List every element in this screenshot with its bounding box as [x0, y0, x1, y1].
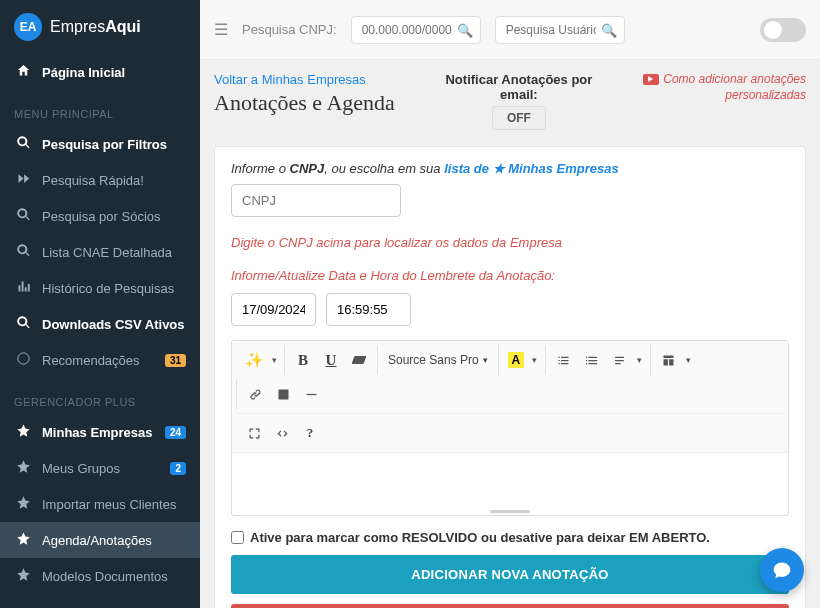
datetime-row — [231, 293, 789, 326]
table-icon[interactable] — [655, 347, 683, 373]
sidebar-item-recomendacoes[interactable]: Recomendações 31 — [0, 342, 200, 378]
main: ☰ Pesquisa CNPJ: 🔍 🔍 Voltar a Minhas Emp… — [200, 0, 820, 608]
search-user-group: 🔍 — [495, 16, 625, 44]
list-ul-icon[interactable] — [550, 347, 578, 373]
search-icon — [14, 315, 32, 333]
sidebar-item-importar[interactable]: Importar meus Clientes — [0, 486, 200, 522]
eraser-icon[interactable] — [345, 347, 373, 373]
link-icon[interactable] — [241, 381, 269, 407]
sidebar-item-socios[interactable]: Pesquisa por Sócios — [0, 198, 200, 234]
sidebar-item-label: Modelos Documentos — [42, 569, 186, 584]
sidebar-item-label: Histórico de Pesquisas — [42, 281, 186, 296]
sidebar-item-modelos[interactable]: Modelos Documentos — [0, 558, 200, 594]
reminder-prompt: Informe/Atualize Data e Hora do Lembrete… — [231, 268, 789, 283]
badge: 24 — [165, 426, 186, 439]
topbar: ☰ Pesquisa CNPJ: 🔍 🔍 — [200, 0, 820, 60]
time-input[interactable] — [326, 293, 411, 326]
list-ol-icon[interactable] — [578, 347, 606, 373]
help-video-link[interactable]: Como adicionar anotações personalizadas — [628, 72, 806, 103]
fullscreen-icon[interactable] — [240, 420, 268, 446]
brand-name: EmpresAqui — [50, 18, 141, 36]
sidebar-item-minhas[interactable]: Minhas Empresas 24 — [0, 414, 200, 450]
search-cnpj-input[interactable] — [351, 16, 481, 44]
validation-message: Digite o CNPJ acima para localizar os da… — [231, 235, 789, 250]
paragraph-icon[interactable] — [606, 347, 634, 373]
sidebar-item-grupos[interactable]: Meus Grupos 2 — [0, 450, 200, 486]
sidebar-item-label: Lista CNAE Detalhada — [42, 245, 186, 260]
editor-content[interactable] — [232, 453, 788, 507]
sidebar-item-label: Página Inicial — [42, 65, 186, 80]
star-icon — [14, 423, 32, 441]
sidebar-item-label: Pesquisa por Filtros — [42, 137, 186, 152]
sidebar-item-filtros[interactable]: Pesquisa por Filtros — [0, 126, 200, 162]
resolved-label: Ative para marcar como RESOLVIDO ou desa… — [250, 530, 710, 545]
youtube-icon — [643, 74, 659, 85]
help-icon[interactable]: ? — [296, 420, 324, 446]
menu-toggle-icon[interactable]: ☰ — [214, 20, 228, 39]
star-icon — [14, 567, 32, 585]
back-link[interactable]: Voltar a Minhas Empresas — [214, 72, 410, 87]
star-icon — [14, 495, 32, 513]
minus-icon[interactable] — [297, 381, 325, 407]
code-icon[interactable] — [268, 420, 296, 446]
search-cnpj-group: 🔍 — [351, 16, 481, 44]
chat-fab[interactable] — [760, 548, 804, 592]
dropdown-icon[interactable]: ▾ — [529, 347, 541, 373]
sidebar-section-main: MENU PRINCIPAL — [0, 90, 200, 126]
notify-toggle[interactable]: OFF — [492, 106, 546, 130]
chart-icon — [14, 279, 32, 297]
brand-logo: EA — [14, 13, 42, 41]
annotation-form: Informe o CNPJ, ou escolha em sua lista … — [214, 146, 806, 608]
sidebar-item-downloads[interactable]: Downloads CSV Ativos — [0, 306, 200, 342]
editor-toolbar: ✨ ▾ B U Source Sans Pro▾ A ▾ — [232, 341, 788, 453]
resolved-checkbox[interactable] — [231, 531, 244, 544]
search-label: Pesquisa CNPJ: — [242, 22, 337, 38]
star-icon: ★ — [493, 161, 505, 176]
star-icon — [14, 531, 32, 549]
bold-icon[interactable]: B — [289, 347, 317, 373]
dropdown-icon[interactable]: ▾ — [268, 347, 280, 373]
dropdown-icon[interactable]: ▾ — [683, 347, 695, 373]
notify-label: Notificar Anotações por email: — [430, 72, 608, 102]
star-icon — [14, 459, 32, 477]
page-header: Voltar a Minhas Empresas Anotações e Age… — [214, 72, 806, 130]
cancel-annotation-button[interactable]: CANCELAR NOVA ANOTAÇÃO — [231, 604, 789, 608]
search-icon — [14, 243, 32, 261]
search-user-input[interactable] — [495, 16, 625, 44]
sidebar-item-label: Meus Grupos — [42, 461, 166, 476]
sidebar: EA EmpresAqui Página Inicial MENU PRINCI… — [0, 0, 200, 608]
text-color-icon[interactable]: A — [503, 347, 529, 373]
sidebar-item-historico[interactable]: Histórico de Pesquisas — [0, 270, 200, 306]
sidebar-item-label: Minhas Empresas — [42, 425, 161, 440]
add-annotation-button[interactable]: ADICIONAR NOVA ANOTAÇÃO — [231, 555, 789, 594]
underline-icon[interactable]: U — [317, 347, 345, 373]
fast-forward-icon — [14, 171, 32, 189]
circle-icon — [14, 351, 32, 369]
sidebar-section-plus: GERENCIADOR PLUS — [0, 378, 200, 414]
sidebar-item-rapida[interactable]: Pesquisa Rápida! — [0, 162, 200, 198]
magic-icon[interactable]: ✨ — [240, 347, 268, 373]
dropdown-icon[interactable]: ▾ — [634, 347, 646, 373]
resize-handle[interactable] — [232, 507, 788, 515]
svg-rect-0 — [306, 393, 316, 394]
brand-header[interactable]: EA EmpresAqui — [0, 0, 200, 54]
sidebar-item-label: Recomendações — [42, 353, 161, 368]
image-icon[interactable] — [269, 381, 297, 407]
badge: 2 — [170, 462, 186, 475]
cnpj-input[interactable] — [231, 184, 401, 217]
my-companies-link[interactable]: lista de ★ Minhas Empresas — [444, 161, 619, 176]
sidebar-item-agenda[interactable]: Agenda/Anotações — [0, 522, 200, 558]
sidebar-item-label: Pesquisa Rápida! — [42, 173, 186, 188]
search-icon — [14, 135, 32, 153]
chat-icon — [772, 560, 792, 580]
page-title: Anotações e Agenda — [214, 89, 410, 117]
sidebar-item-cnae[interactable]: Lista CNAE Detalhada — [0, 234, 200, 270]
sidebar-item-home[interactable]: Página Inicial — [0, 54, 200, 90]
sidebar-item-label: Agenda/Anotações — [42, 533, 186, 548]
resolved-checkbox-row[interactable]: Ative para marcar como RESOLVIDO ou desa… — [231, 530, 789, 545]
sidebar-item-label: Importar meus Clientes — [42, 497, 186, 512]
date-input[interactable] — [231, 293, 316, 326]
rich-text-editor: ✨ ▾ B U Source Sans Pro▾ A ▾ — [231, 340, 789, 516]
theme-toggle[interactable] — [760, 18, 806, 42]
font-family-select[interactable]: Source Sans Pro▾ — [382, 347, 494, 373]
